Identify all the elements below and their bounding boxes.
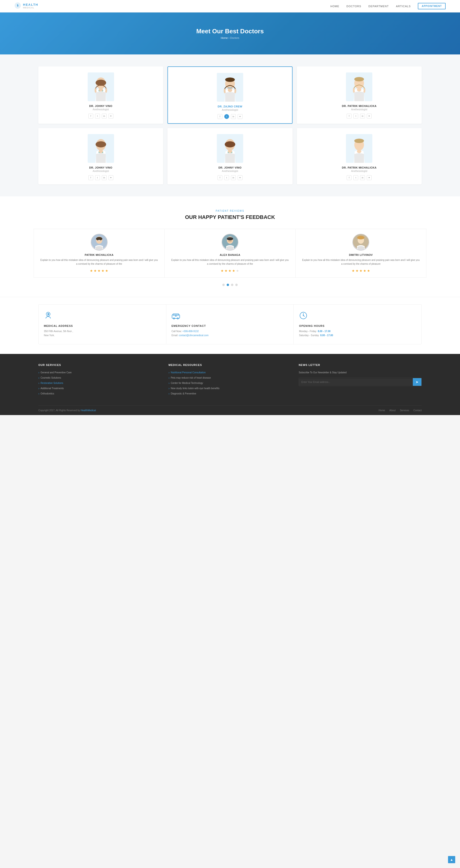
review-avatar-3 xyxy=(353,234,369,251)
contact-section: MEDICAL ADDRESS 350 Fifth Avenue, 5th fl… xyxy=(0,297,460,354)
footer-nav-services[interactable]: Services xyxy=(400,409,409,412)
review-text-1: Explain to you how all this mistaken ide… xyxy=(40,258,158,266)
social-instagram-1[interactable]: ✦ xyxy=(108,114,113,119)
doctor-social-3: f t in ✦ xyxy=(347,114,371,119)
doctor-specialty-5: Anethesiologist xyxy=(222,170,238,173)
service-5[interactable]: Orthodontics xyxy=(38,392,161,395)
footer-bottom: Copyright 2017, All Rights Reserved by H… xyxy=(38,405,422,415)
service-2[interactable]: Cosmetic Solutions xyxy=(38,376,161,379)
social-linkedin-4[interactable]: in xyxy=(102,175,107,180)
social-instagram-3[interactable]: ✦ xyxy=(367,114,371,119)
social-linkedin-3[interactable]: in xyxy=(360,114,365,119)
hero-title: Meet Our Best Doctors xyxy=(196,28,264,35)
resource-5[interactable]: Diagnostic & Preventive xyxy=(168,392,291,395)
review-card-1: PATRIK MICHALICKA Explain to you how all… xyxy=(34,229,165,278)
doctor-name-3: DR. PATRIK MICHALICKA xyxy=(342,104,376,107)
doctor-specialty-6: Anethesiologist xyxy=(351,170,367,173)
social-instagram-2[interactable]: ✦ xyxy=(238,114,242,119)
logo[interactable]: ⚕ HEALTH MEDICAL xyxy=(14,2,38,10)
review-pagination xyxy=(34,284,426,286)
resource-4[interactable]: New study links lutein with eye health b… xyxy=(168,386,291,390)
nav-doctors[interactable]: DOCTORS xyxy=(347,5,361,8)
review-stars-3: ★ ★ ★ ★ ★ xyxy=(352,269,370,273)
social-twitter-1[interactable]: t xyxy=(95,114,100,119)
social-instagram-6[interactable]: ✦ xyxy=(367,175,371,180)
social-facebook-2[interactable]: f xyxy=(218,114,222,119)
social-twitter-6[interactable]: t xyxy=(353,175,358,180)
social-facebook-3[interactable]: f xyxy=(347,114,352,119)
reviews-grid: PATRIK MICHALICKA Explain to you how all… xyxy=(34,229,426,278)
doctor-avatar-4 xyxy=(88,134,114,163)
doctor-social-1: f t in ✦ xyxy=(89,114,113,119)
svg-point-35 xyxy=(357,236,364,239)
dot-3[interactable] xyxy=(231,284,233,286)
header: ⚕ HEALTH MEDICAL HOME DOCTORS DEPARTMENT… xyxy=(0,0,460,12)
emergency-phone[interactable]: +306-868-9132 xyxy=(182,330,199,333)
newsletter-text: Subscribe To Our Newsletter & Stay Updat… xyxy=(299,371,422,375)
dot-2[interactable] xyxy=(227,284,229,286)
nav-articles[interactable]: ARTICALS xyxy=(396,5,411,8)
doctor-avatar-2 xyxy=(217,73,243,102)
social-instagram-4[interactable]: ✦ xyxy=(108,175,113,180)
doctor-specialty-4: Anethesiologist xyxy=(93,170,109,173)
social-facebook-1[interactable]: f xyxy=(89,114,93,119)
dot-1[interactable] xyxy=(222,284,225,286)
newsletter-form: ➤ xyxy=(299,378,422,386)
doctor-social-5: f t in ✦ xyxy=(218,175,242,180)
social-facebook-5[interactable]: f xyxy=(218,175,222,180)
social-twitter-4[interactable]: t xyxy=(95,175,100,180)
resource-3[interactable]: Center for Medical Technology xyxy=(168,381,291,385)
footer-services: OUR SERVICES General and Preventive Care… xyxy=(38,364,161,397)
hours-icon xyxy=(299,311,308,321)
nav-home[interactable]: HOME xyxy=(330,5,339,8)
resource-2[interactable]: Pets may reduce risk of heart disease xyxy=(168,376,291,379)
social-linkedin-2[interactable]: in xyxy=(231,114,236,119)
service-3[interactable]: Restorative Solutions xyxy=(38,381,161,385)
social-linkedin-1[interactable]: in xyxy=(102,114,107,119)
hours-detail: Monday - Friday 8.00 - 17.00 Saturday - … xyxy=(299,329,333,337)
emergency-title: EMERGENCY CONTACT xyxy=(171,324,206,327)
social-instagram-5[interactable]: ✦ xyxy=(238,175,242,180)
svg-point-31 xyxy=(227,237,233,240)
review-stars-1: ★ ★ ★ ★ ★ xyxy=(90,269,108,273)
footer-nav-about[interactable]: About xyxy=(389,409,396,412)
social-twitter-3[interactable]: t xyxy=(353,114,358,119)
service-4[interactable]: Additional Treatments xyxy=(38,386,161,390)
emergency-email[interactable]: contact@clincamedical.com xyxy=(179,334,208,337)
dot-4[interactable] xyxy=(235,284,238,286)
social-facebook-4[interactable]: f xyxy=(89,175,93,180)
footer-nav-home[interactable]: Home xyxy=(379,409,385,412)
svg-point-20 xyxy=(228,150,232,153)
social-linkedin-6[interactable]: in xyxy=(360,175,365,180)
social-twitter-2[interactable]: t xyxy=(224,114,229,119)
service-1[interactable]: General and Preventive Care xyxy=(38,371,161,374)
contact-card-emergency: EMERGENCY CONTACT Call Now: +306-868-913… xyxy=(166,305,294,344)
doctor-social-4: f t in ✦ xyxy=(89,175,113,180)
social-twitter-5[interactable]: t xyxy=(224,175,229,180)
review-name-1: PATRIK MICHALICKA xyxy=(85,253,113,256)
social-facebook-6[interactable]: f xyxy=(347,175,352,180)
appointment-button[interactable]: APPOINTMENT xyxy=(418,3,446,9)
footer-brand-link[interactable]: HealthMedical xyxy=(81,409,96,412)
nav-department[interactable]: DEPARTMENT xyxy=(368,5,389,8)
breadcrumb-home[interactable]: Home xyxy=(221,36,228,39)
social-linkedin-5[interactable]: in xyxy=(231,175,236,180)
svg-point-5 xyxy=(98,88,103,92)
newsletter-input[interactable] xyxy=(299,379,413,385)
footer-nav-contact[interactable]: Contact xyxy=(414,409,422,412)
footer-grid: OUR SERVICES General and Preventive Care… xyxy=(38,364,422,405)
doctor-card-1: DR. JOHNY VINO Anethesiologist f t in ✦ xyxy=(38,66,163,124)
review-card-2: ALEX BANAGA Explain to you how all this … xyxy=(165,229,295,278)
footer-resources-list: Nutritional Personal Consultation Pets m… xyxy=(168,371,291,395)
newsletter-submit[interactable]: ➤ xyxy=(413,378,421,386)
address-detail: 350 Fifth Avenue, 5th floor , New York. xyxy=(44,329,73,337)
resource-1[interactable]: Nutritional Personal Consultation xyxy=(168,371,291,374)
doctor-name-5: DR. JOHNY VINO xyxy=(219,166,242,169)
svg-rect-28 xyxy=(98,240,100,241)
doctor-card-4: DR. JOHNY VINO Anethesiologist f t in ✦ xyxy=(38,128,163,184)
doctor-specialty-1: Anethesiologist xyxy=(93,108,109,111)
main-nav: HOME DOCTORS DEPARTMENT ARTICALS APPOINT… xyxy=(330,3,446,9)
breadcrumb: Home • Doctors xyxy=(221,36,239,39)
review-card-3: DMITRI LITVINOV Explain to you how all t… xyxy=(296,229,426,278)
svg-point-18 xyxy=(225,141,235,148)
